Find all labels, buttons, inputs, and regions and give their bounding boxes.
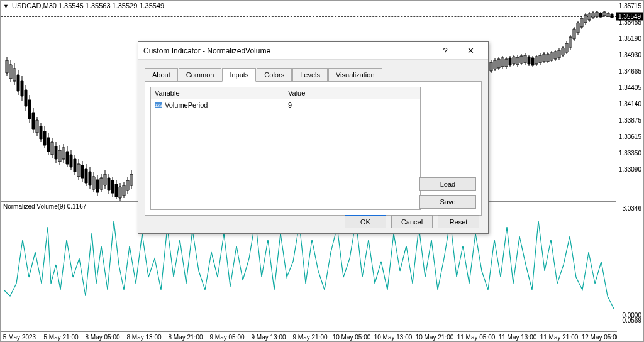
close-button[interactable]: ✕ xyxy=(458,43,483,58)
time-tick: 11 May 05:00 xyxy=(457,334,496,341)
tab-inputs[interactable]: Inputs xyxy=(222,68,256,82)
cancel-button[interactable]: Cancel xyxy=(391,215,433,228)
price-tick: 1.33875 xyxy=(619,117,641,124)
time-tick: 5 May 2023 xyxy=(3,334,36,341)
indicator-tick: 3.0346 xyxy=(622,205,641,212)
parameter-table[interactable]: Variable Value 123 VolumePeriod 9 xyxy=(150,87,421,210)
time-tick: 11 May 13:00 xyxy=(499,334,537,341)
reset-button[interactable]: Reset xyxy=(438,215,479,228)
price-tick: 1.34140 xyxy=(619,101,641,108)
tab-about[interactable]: About xyxy=(145,68,178,82)
time-tick: 10 May 13:00 xyxy=(374,334,413,341)
price-tick: 1.34405 xyxy=(619,84,641,91)
time-tick: 8 May 21:00 xyxy=(168,334,203,341)
variable-value[interactable]: 9 xyxy=(284,99,420,111)
tab-levels[interactable]: Levels xyxy=(292,68,328,82)
dialog-title-bar[interactable]: Custom Indicator - NormalizedVolume ? ✕ xyxy=(138,42,488,60)
table-header: Variable Value xyxy=(151,87,420,99)
time-tick: 8 May 13:00 xyxy=(126,334,161,341)
tab-colors[interactable]: Colors xyxy=(257,68,292,82)
dropdown-triangle-icon: ▼ xyxy=(3,3,9,9)
current-price-tag: 1.35549 xyxy=(616,13,643,21)
load-button[interactable]: Load xyxy=(419,177,476,191)
indicator-settings-dialog: Custom Indicator - NormalizedVolume ? ✕ … xyxy=(138,41,489,234)
time-tick: 10 May 21:00 xyxy=(416,334,454,341)
header-value: Value xyxy=(284,87,420,99)
dialog-tabs: About Common Inputs Colors Levels Visual… xyxy=(145,67,482,81)
header-variable: Variable xyxy=(151,87,284,99)
price-tick: 1.33090 xyxy=(619,166,641,173)
price-axis: 1.357151.354551.351901.349301.346651.344… xyxy=(616,1,643,320)
variable-name: VolumePeriod xyxy=(165,101,208,109)
indicator-tick: 0.0569 xyxy=(622,317,641,324)
help-button[interactable]: ? xyxy=(433,43,458,58)
chart-symbol-label: ▼ USDCAD,M30 1.35545 1.35563 1.35529 1.3… xyxy=(3,2,164,9)
price-tick: 1.35715 xyxy=(619,3,641,9)
time-tick: 9 May 05:00 xyxy=(209,334,244,341)
save-button[interactable]: Save xyxy=(419,195,476,209)
time-tick: 9 May 13:00 xyxy=(251,334,286,341)
time-tick: 11 May 21:00 xyxy=(540,334,579,341)
time-tick: 10 May 05:00 xyxy=(333,334,371,341)
price-tick: 1.34665 xyxy=(619,68,641,75)
int-type-icon: 123 xyxy=(155,102,162,108)
tab-visualization[interactable]: Visualization xyxy=(328,68,382,82)
time-tick: 12 May 05:00 xyxy=(582,334,617,341)
ok-button[interactable]: OK xyxy=(345,215,386,228)
time-axis: 5 May 20235 May 21:008 May 05:008 May 13… xyxy=(1,331,617,341)
time-tick: 5 May 21:00 xyxy=(43,334,78,341)
price-tick: 1.33350 xyxy=(619,150,641,157)
tab-pane-inputs: Variable Value 123 VolumePeriod 9 Load S… xyxy=(145,81,482,216)
dialog-title-text: Custom Indicator - NormalizedVolume xyxy=(143,47,270,55)
price-tick: 1.33615 xyxy=(619,133,641,140)
symbol-text: USDCAD,M30 1.35545 1.35563 1.35529 1.355… xyxy=(12,2,164,9)
time-tick: 8 May 05:00 xyxy=(85,334,119,341)
indicator-label: Normalized Volume(9) 0.1167 xyxy=(3,203,86,210)
price-tick: 1.34930 xyxy=(619,52,641,58)
tab-common[interactable]: Common xyxy=(179,68,222,82)
table-row[interactable]: 123 VolumePeriod 9 xyxy=(151,99,420,111)
price-tick: 1.35190 xyxy=(619,35,641,42)
time-tick: 9 May 21:00 xyxy=(292,334,327,341)
